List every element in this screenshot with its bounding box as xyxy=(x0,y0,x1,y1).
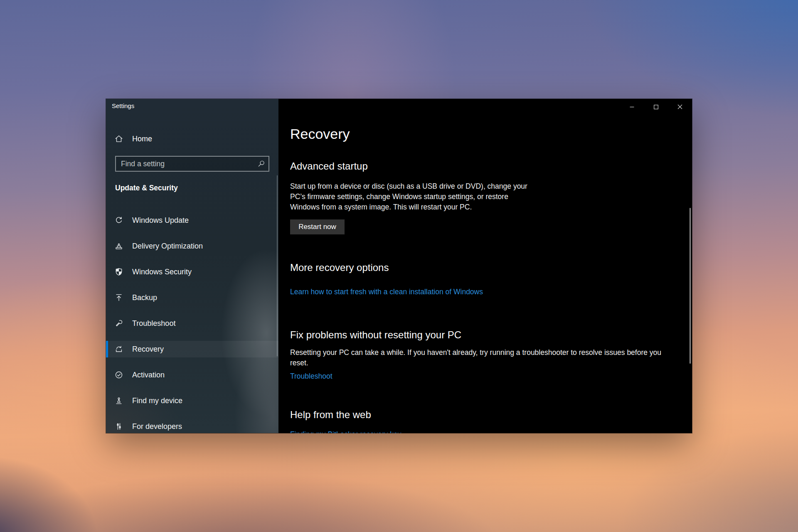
search-box xyxy=(115,156,269,172)
sidebar-item-label: Home xyxy=(132,131,152,147)
backup-arrow-icon xyxy=(114,293,123,302)
main-content: Recovery Advanced startup Start up from … xyxy=(278,99,692,433)
page-title: Recovery xyxy=(290,125,350,143)
locate-device-icon xyxy=(114,396,123,405)
wrench-icon xyxy=(114,319,123,328)
selected-accent-bar xyxy=(106,341,108,357)
recovery-icon xyxy=(114,345,123,354)
minimize-icon xyxy=(630,104,634,111)
sidebar-item-delivery-optimization[interactable]: Delivery Optimization xyxy=(106,238,278,254)
sidebar-item-home[interactable]: Home xyxy=(106,131,278,147)
more-recovery-options-heading: More recovery options xyxy=(290,261,389,274)
sidebar-item-activation[interactable]: Activation xyxy=(106,367,278,383)
search-input[interactable] xyxy=(116,157,268,171)
fix-problems-description: Resetting your PC can take a while. If y… xyxy=(290,347,661,368)
sidebar-item-windows-security[interactable]: Windows Security xyxy=(106,264,278,280)
sidebar-scrollbar[interactable] xyxy=(277,175,278,356)
sidebar-item-windows-update[interactable]: Windows Update xyxy=(106,212,278,229)
home-icon xyxy=(114,134,123,143)
sidebar-item-troubleshoot[interactable]: Troubleshoot xyxy=(106,315,278,332)
settings-window: Settings Home Update & Security xyxy=(106,99,692,433)
delivery-optimization-icon xyxy=(114,241,123,251)
minimize-button[interactable] xyxy=(620,99,644,116)
sidebar-item-backup[interactable]: Backup xyxy=(106,289,278,306)
shield-icon xyxy=(114,267,123,276)
sidebar-item-find-my-device[interactable]: Find my device xyxy=(106,392,278,409)
restart-now-button[interactable]: Restart now xyxy=(290,219,345,234)
troubleshoot-link[interactable]: Troubleshoot xyxy=(290,371,332,381)
window-caption-buttons xyxy=(620,99,692,116)
start-fresh-link[interactable]: Learn how to start fresh with a clean in… xyxy=(290,287,483,297)
close-icon xyxy=(677,104,682,111)
advanced-startup-heading: Advanced startup xyxy=(290,160,368,173)
search-icon[interactable] xyxy=(257,160,265,168)
close-button[interactable] xyxy=(668,99,692,116)
desktop-wallpaper: Settings Home Update & Security xyxy=(0,0,798,532)
bitlocker-recovery-key-link[interactable]: Finding my BitLocker recovery key xyxy=(290,429,401,433)
sidebar-item-for-developers[interactable]: For developers xyxy=(106,418,278,433)
maximize-button[interactable] xyxy=(644,99,668,116)
maximize-icon xyxy=(654,104,658,111)
developer-tools-icon xyxy=(114,422,123,431)
advanced-startup-description: Start up from a device or disc (such as … xyxy=(290,181,527,212)
help-from-web-heading: Help from the web xyxy=(290,408,371,421)
content-scrollbar[interactable] xyxy=(690,208,691,364)
sidebar-item-recovery[interactable]: Recovery xyxy=(106,341,278,357)
checkmark-circle-icon xyxy=(114,370,123,379)
window-title: Settings xyxy=(112,102,134,110)
sidebar: Settings Home Update & Security xyxy=(106,99,278,433)
sidebar-section-title: Update & Security xyxy=(115,184,178,192)
sync-icon xyxy=(114,216,123,225)
fix-problems-heading: Fix problems without resetting your PC xyxy=(290,328,461,342)
